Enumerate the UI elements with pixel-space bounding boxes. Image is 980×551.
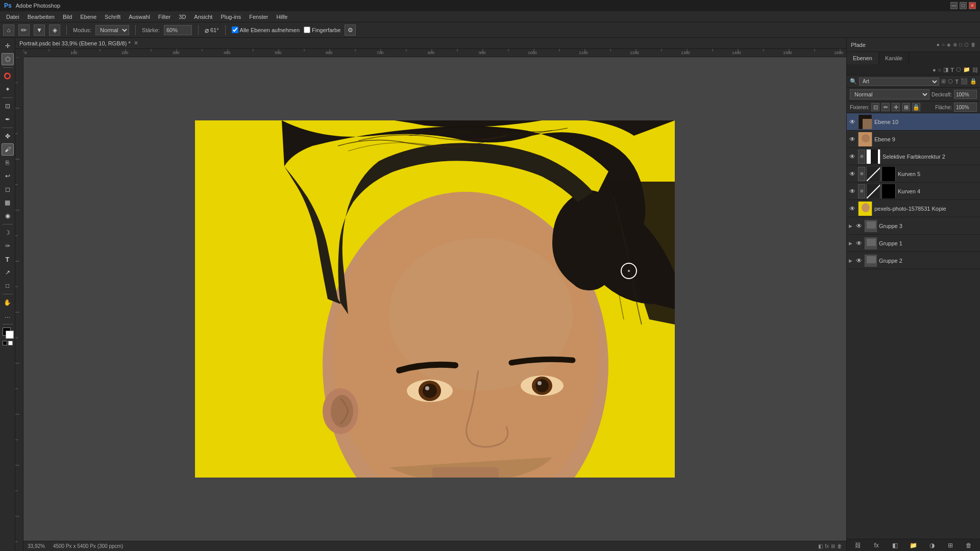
- minimize-button[interactable]: —: [950, 2, 958, 9]
- filter-dropdown[interactable]: Art: [859, 78, 939, 86]
- blend-mode-dropdown[interactable]: Normal: [850, 89, 929, 99]
- menu-plugins[interactable]: Plug-ins: [216, 13, 245, 21]
- strength-input[interactable]: [164, 25, 192, 35]
- menu-3d[interactable]: 3D: [175, 13, 190, 21]
- group-collapse-arrow[interactable]: ▶: [849, 258, 852, 263]
- paths-panel-icon3: ◈: [947, 42, 951, 47]
- home-tool-button[interactable]: ⌂: [3, 24, 14, 36]
- brush-settings-button[interactable]: ◈: [49, 24, 60, 36]
- layer-row-gruppe3[interactable]: ▶ 👁 Gruppe 3: [847, 217, 980, 235]
- add-mask-button[interactable]: ◧: [890, 541, 899, 550]
- lock-brush[interactable]: ✏: [881, 103, 890, 111]
- layer-row[interactable]: 👁 pexels-photo-1578531 Kopie: [847, 200, 980, 217]
- menu-bild[interactable]: Bild: [59, 13, 76, 21]
- layer-visibility-toggle[interactable]: 👁: [855, 240, 863, 247]
- dodge-tool[interactable]: ☽: [2, 227, 14, 239]
- layer-visibility-toggle[interactable]: 👁: [849, 153, 856, 160]
- all-layers-checkbox[interactable]: Alle Ebenen aufnehmen: [232, 27, 300, 33]
- lasso-tool[interactable]: ⭕: [2, 70, 14, 82]
- layer-row-gruppe1[interactable]: ▶ 👁 Gruppe 1: [847, 235, 980, 252]
- close-button[interactable]: ✕: [969, 2, 976, 9]
- layer-visibility-toggle[interactable]: 👁: [849, 170, 856, 178]
- separator: [198, 25, 199, 35]
- menu-filter[interactable]: Filter: [154, 13, 175, 21]
- mode-dropdown[interactable]: Normal: [95, 25, 129, 35]
- new-layer-button[interactable]: ⊞: [946, 541, 955, 550]
- tab-kanaele[interactable]: Kanäle: [879, 52, 909, 64]
- finger-color-check[interactable]: [304, 27, 310, 33]
- maximize-button[interactable]: □: [960, 2, 967, 9]
- blur-tool[interactable]: ◉: [2, 210, 14, 222]
- paths-panel-icon7: 🗑: [971, 42, 976, 47]
- color-swatches[interactable]: [2, 327, 14, 339]
- history-brush-tool[interactable]: ↩: [2, 170, 14, 182]
- delete-layer-button[interactable]: 🗑: [964, 541, 973, 550]
- status-icon-3: ⊞: [831, 543, 835, 549]
- all-layers-check[interactable]: [232, 27, 238, 33]
- finger-color-checkbox[interactable]: Fingerfarbe: [304, 27, 340, 33]
- lock-artboard[interactable]: ⊞: [902, 103, 910, 111]
- menu-ebene[interactable]: Ebene: [76, 13, 101, 21]
- menu-bearbeiten[interactable]: Bearbeiten: [23, 13, 59, 21]
- layer-visibility-toggle[interactable]: 👁: [849, 136, 856, 143]
- svg-text:600: 600: [326, 51, 333, 55]
- layer-row[interactable]: 👁 Ebene 9: [847, 131, 980, 148]
- create-group-button[interactable]: 📁: [909, 541, 918, 550]
- document-tab[interactable]: Portrait.psdc bei 33,9% (Ebene 10, RGB/8…: [15, 38, 846, 49]
- menu-schrift[interactable]: Schrift: [101, 13, 125, 21]
- crop-tool[interactable]: ⊡: [2, 100, 14, 112]
- background-color[interactable]: [6, 331, 14, 339]
- filter-icon3: T: [955, 79, 959, 85]
- path-select-tool[interactable]: ↗: [2, 266, 14, 279]
- close-doc-btn[interactable]: ✕: [134, 40, 138, 46]
- brush-preset-button[interactable]: ▼: [34, 24, 45, 36]
- layer-row[interactable]: 👁 Ebene 10: [847, 113, 980, 131]
- lock-label: Fixieren:: [850, 105, 869, 110]
- opacity-input[interactable]: [954, 90, 977, 99]
- link-layers-button[interactable]: ⛓: [853, 541, 863, 550]
- group-collapse-arrow[interactable]: ▶: [849, 223, 852, 229]
- create-adjustment-button[interactable]: ◑: [927, 541, 937, 550]
- tab-ebenen[interactable]: Ebenen: [847, 52, 879, 64]
- lock-checkerboard[interactable]: ⊡: [871, 103, 879, 111]
- extra-tools[interactable]: …: [2, 310, 14, 322]
- spot-heal-tool[interactable]: ✤: [2, 130, 14, 142]
- filter-icon2: ⬡: [948, 78, 953, 85]
- gradient-tool[interactable]: ▦: [2, 196, 14, 209]
- eyedropper-tool[interactable]: ✒: [2, 113, 14, 126]
- group-collapse-arrow[interactable]: ▶: [849, 241, 852, 246]
- settings-button[interactable]: ⚙: [345, 24, 356, 36]
- pen-tool[interactable]: ✑: [2, 240, 14, 252]
- type-tool[interactable]: T: [2, 253, 14, 265]
- menu-datei[interactable]: Datei: [2, 13, 23, 21]
- layer-row[interactable]: 👁 ⊞ Kurven 5: [847, 165, 980, 183]
- lock-all[interactable]: 🔒: [912, 103, 920, 111]
- layer-visibility-toggle[interactable]: 👁: [849, 118, 856, 126]
- menu-ansicht[interactable]: Ansicht: [190, 13, 216, 21]
- eraser-tool[interactable]: ◻: [2, 183, 14, 195]
- layer-row[interactable]: 👁 ⊞ Selektive Farbkorrektur 2: [847, 148, 980, 165]
- fill-input[interactable]: [954, 103, 977, 112]
- move-tool[interactable]: ✛: [2, 40, 14, 52]
- svg-text:100: 100: [70, 51, 78, 55]
- clone-stamp-tool[interactable]: ⎘: [2, 157, 14, 169]
- brush-tool-option[interactable]: ✏: [18, 24, 30, 36]
- shape-tool[interactable]: □: [2, 280, 14, 292]
- layer-visibility-toggle[interactable]: 👁: [855, 222, 863, 230]
- layer-visibility-toggle[interactable]: 👁: [855, 257, 863, 264]
- layer-visibility-toggle[interactable]: 👁: [849, 205, 856, 212]
- hand-tool[interactable]: ✋: [2, 296, 14, 309]
- svg-text:700: 700: [377, 51, 384, 55]
- quick-select-tool[interactable]: ✦: [2, 83, 14, 95]
- canvas-container[interactable]: [23, 57, 846, 541]
- layer-row[interactable]: 👁 ⊞ Kurven 4: [847, 183, 980, 200]
- menu-fenster[interactable]: Fenster: [245, 13, 272, 21]
- add-style-button[interactable]: fx: [872, 541, 881, 550]
- artboard-tool[interactable]: ⬡: [2, 53, 14, 65]
- layer-row-gruppe2[interactable]: ▶ 👁 Gruppe 2: [847, 252, 980, 269]
- lock-move[interactable]: ✛: [892, 103, 900, 111]
- menu-auswahl[interactable]: Auswahl: [125, 13, 154, 21]
- menu-hilfe[interactable]: Hilfe: [272, 13, 291, 21]
- brush-tool[interactable]: 🖌: [2, 143, 14, 156]
- layer-visibility-toggle[interactable]: 👁: [849, 188, 856, 195]
